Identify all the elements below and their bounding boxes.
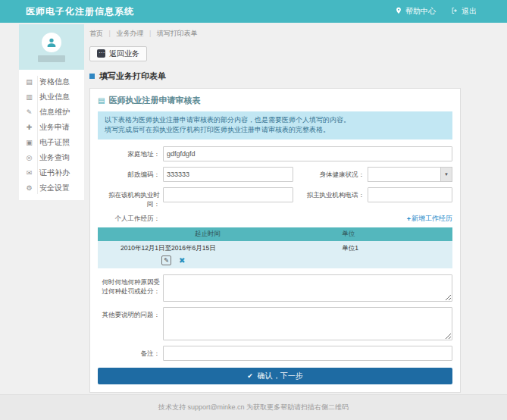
table-header-row: 起止时间 单位	[98, 227, 452, 241]
form-card: ▤ 医师执业注册申请审核表 以下表格为医师执业注册申请审核表的部分内容，也是需要…	[89, 88, 461, 393]
form-title-label: 医师执业注册申请审核表	[108, 95, 200, 106]
sidebar-item-label: 信息维护	[39, 107, 70, 118]
period-cell: 2010年12月1日至2016年6月15日 ✎ ✖	[98, 244, 318, 265]
add-work-experience-label: 新增工作经历	[412, 214, 452, 224]
sidebar-item-label: 电子证照	[39, 137, 70, 148]
section-bullet-icon	[89, 74, 95, 79]
footer: 技术支持 support@minke.cn 为获取更多帮助请扫描右侧二维码	[0, 394, 507, 420]
row-actions: ✎ ✖	[98, 255, 318, 265]
health-status-select[interactable]: ▼	[368, 167, 452, 182]
breadcrumb-separator: |	[149, 30, 151, 37]
chevron-down-icon[interactable]: ▼	[440, 168, 452, 181]
postal-code-input[interactable]	[163, 167, 293, 182]
footer-text: 技术支持 support@minke.cn 为获取更多帮助请扫描右侧二维码	[158, 403, 349, 412]
sidebar-item-label: 安全设置	[39, 183, 70, 193]
unit-cell: 单位1	[318, 244, 452, 265]
sidebar-item-business-application[interactable]: ✚ 业务申请	[19, 120, 84, 135]
column-header-period: 起止时间	[98, 230, 318, 239]
breadcrumb-home[interactable]: 首页	[89, 30, 103, 37]
punishment-row: 何时何地何种原因受过何种处罚或处分：	[98, 274, 452, 302]
sidebar-item-info-maintenance[interactable]: ✎ 信息维护	[19, 105, 84, 120]
home-address-input[interactable]	[163, 146, 452, 161]
health-status-label: 身体健康状况：	[293, 167, 368, 180]
sidebar-item-business-query[interactable]: ◎ 业务查询	[19, 150, 84, 165]
delete-icon[interactable]: ✖	[179, 256, 185, 265]
table-row: 2010年12月1日至2016年6月15日 ✎ ✖ 单位1	[98, 241, 452, 268]
location-pin-icon	[395, 7, 402, 16]
sidebar-item-qualification-info[interactable]: ▤ 资格信息	[19, 74, 84, 89]
practice-time-label: 拟在该机构执业时间：	[98, 187, 163, 208]
user-name-redacted	[38, 55, 65, 62]
document-icon: ▤	[98, 96, 105, 105]
help-center-label: 帮助中心	[405, 6, 436, 17]
remarks-row: 备注：	[98, 346, 452, 361]
qualification-icon: ▤	[24, 78, 34, 86]
logout-link[interactable]: 退出	[451, 6, 477, 17]
postal-health-row: 邮政编码： 身体健康状况： ▼	[98, 167, 452, 182]
edit-icon[interactable]: ✎	[161, 255, 171, 265]
sidebar-item-label: 资格信息	[39, 77, 70, 87]
other-issues-row: 其他要说明的问题：	[98, 307, 452, 340]
confirm-next-label: 确认，下一步	[258, 371, 303, 381]
sidebar-item-security-settings[interactable]: ⚙ 安全设置	[19, 180, 84, 196]
practice-time-phone-row: 拟在该机构执业时间： 拟主执业机构电话：	[98, 187, 452, 208]
punishment-label: 何时何地何种原因受过何种处罚或处分：	[98, 274, 163, 296]
pencil-icon: ✎	[24, 108, 34, 116]
sidebar: ▤ 资格信息 ▥ 执业信息 ✎ 信息维护 ✚ 业务申请 ▣ 电子证照 ◎ 业务查…	[19, 24, 84, 200]
plus-icon: +	[407, 215, 411, 223]
sidebar-item-certificate-reissue[interactable]: ✉ 证书补办	[19, 165, 84, 180]
main-content: 首页 | 业务办理 | 填写打印表单 ⋯ 返回业务 填写业务打印表单 ▤ 医师执…	[89, 23, 461, 393]
practice-icon: ▥	[24, 93, 34, 101]
practice-time-input[interactable]	[163, 187, 293, 202]
logout-label: 退出	[462, 6, 477, 17]
home-address-label: 家庭地址：	[98, 146, 163, 158]
gear-icon: ⚙	[24, 184, 34, 192]
work-experience-label: 个人工作经历：	[98, 215, 163, 223]
breadcrumb-current: 填写打印表单	[157, 30, 198, 37]
postal-code-label: 邮政编码：	[98, 167, 163, 179]
info-banner-line1: 以下表格为医师执业注册申请审核表的部分内容，也是需要医师个人填写的内容。	[105, 115, 446, 126]
add-work-experience-link[interactable]: + 新增工作经历	[407, 214, 452, 224]
org-phone-label: 拟主执业机构电话：	[293, 187, 368, 200]
top-bar-right: 帮助中心 退出	[395, 6, 477, 17]
sidebar-menu: ▤ 资格信息 ▥ 执业信息 ✎ 信息维护 ✚ 业务申请 ▣ 电子证照 ◎ 业务查…	[19, 70, 84, 200]
sidebar-item-electronic-certificate[interactable]: ▣ 电子证照	[19, 135, 84, 150]
home-address-row: 家庭地址：	[98, 146, 452, 161]
envelope-icon: ✉	[24, 169, 34, 177]
health-status-value	[368, 168, 440, 181]
certificate-icon: ▣	[24, 139, 34, 146]
work-experience-row: 个人工作经历： + 新增工作经历	[98, 214, 452, 224]
check-icon: ✔	[247, 372, 253, 380]
org-phone-input[interactable]	[368, 187, 452, 202]
back-icon: ⋯	[97, 49, 105, 58]
plus-icon: ✚	[24, 124, 34, 131]
section-title: 填写业务打印表单	[89, 71, 461, 82]
search-icon: ◎	[24, 154, 34, 161]
sidebar-item-label: 业务申请	[39, 122, 70, 133]
return-business-label: 返回业务	[109, 49, 139, 59]
column-header-unit: 单位	[318, 230, 452, 239]
form-title: ▤ 医师执业注册申请审核表	[98, 95, 452, 106]
section-title-label: 填写业务打印表单	[99, 71, 166, 82]
sidebar-item-label: 执业信息	[39, 92, 70, 102]
top-bar: 医师电子化注册信息系统 帮助中心 退出	[0, 0, 507, 23]
return-business-button[interactable]: ⋯ 返回业务	[89, 46, 147, 61]
breadcrumb-separator: |	[109, 30, 111, 37]
avatar	[42, 33, 61, 52]
other-issues-textarea[interactable]	[163, 307, 452, 340]
breadcrumb: 首页 | 业务办理 | 填写打印表单	[89, 23, 461, 44]
sidebar-item-label: 业务查询	[39, 152, 70, 163]
info-banner-line2: 填写完成后可在拟执业医疗机构打印医师执业注册申请审核表的完整表格。	[105, 125, 446, 136]
punishment-textarea[interactable]	[163, 274, 452, 302]
logout-icon	[451, 7, 458, 16]
remarks-label: 备注：	[98, 346, 163, 358]
remarks-input[interactable]	[163, 346, 452, 361]
sidebar-item-practice-info[interactable]: ▥ 执业信息	[19, 89, 84, 105]
confirm-next-button[interactable]: ✔ 确认，下一步	[98, 368, 452, 384]
other-issues-label: 其他要说明的问题：	[98, 307, 163, 319]
work-experience-table: 起止时间 单位 2010年12月1日至2016年6月15日 ✎ ✖ 单位1	[98, 227, 452, 268]
info-banner: 以下表格为医师执业注册申请审核表的部分内容，也是需要医师个人填写的内容。 填写完…	[98, 111, 452, 140]
help-center-link[interactable]: 帮助中心	[395, 6, 436, 17]
app-title: 医师电子化注册信息系统	[26, 5, 134, 18]
breadcrumb-business[interactable]: 业务办理	[116, 30, 143, 37]
